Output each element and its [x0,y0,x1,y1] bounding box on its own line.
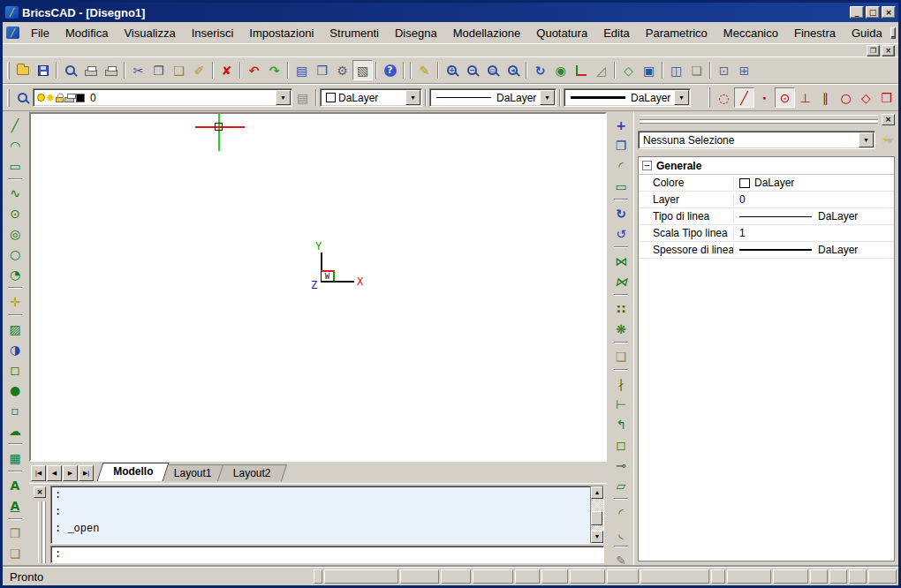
color-dropdown-arrow[interactable]: ▼ [405,90,420,105]
lineweight-dropdown-arrow[interactable]: ▼ [674,90,689,105]
hatch-button[interactable]: ▨ [5,319,26,339]
wipeout-button[interactable]: ▫ [5,400,26,420]
chamfer-button[interactable]: ◟ [611,523,632,543]
command-input[interactable]: : [50,546,604,563]
tab-layout2[interactable]: Layout2 [217,464,287,481]
status-cell[interactable] [541,569,568,584]
perspective-button[interactable]: ◿ [591,60,611,80]
ucs-axes-button[interactable] [571,60,591,80]
save-button[interactable] [33,60,53,80]
layer-dropdown[interactable]: ✹ 0 ▼ [33,88,292,107]
revision-cloud-button[interactable]: ☁ [5,420,26,441]
mirror-button[interactable]: ⋈ [611,251,632,271]
sketch-button[interactable]: ✎ [414,60,435,80]
menu-file[interactable]: File [23,24,57,42]
esnap-quadrant-button[interactable]: ◇ [856,87,876,108]
property-row[interactable]: Spessore di lineaDaLayer [639,242,894,259]
polyline-button[interactable]: ∿ [5,183,26,203]
drawing-canvas[interactable]: Y W X Z [29,112,607,462]
tab-nav-next[interactable]: ▶ [63,465,78,481]
rectangle-button[interactable]: ▭ [5,155,26,176]
scroll-up-arrow[interactable]: ▲ [591,486,603,499]
drawing-explorer-button[interactable]: ▤ [292,60,312,80]
zoom-out-button[interactable]: − [462,60,482,80]
property-row[interactable]: Tipo di lineaDaLayer [639,208,894,225]
collapse-icon[interactable]: − [642,161,652,170]
move-button[interactable]: + [611,115,632,135]
command-grip[interactable] [38,501,42,563]
tab-nav-first[interactable]: |◀ [31,465,46,481]
layer-states-button[interactable]: ❒ [312,60,332,80]
real-time-orbit-button[interactable]: ↻ [530,60,550,80]
esnap-perpendicular-button[interactable]: ⊥ [795,87,815,108]
ellipse-arc-button[interactable]: ◔ [5,264,26,284]
solids-button[interactable]: ⊞ [734,60,754,80]
properties-bar-toggle-button[interactable]: ▧ [352,60,373,80]
esnap-marker-button[interactable]: ◌ [714,87,734,108]
menu-disegna[interactable]: Disegna [387,24,445,42]
mirror-3d-button[interactable]: ⋈ [611,271,632,291]
lineweight-dropdown[interactable]: DaLayer ▼ [564,88,691,107]
minimize-button[interactable]: _ [850,6,864,19]
tile-windows-button[interactable]: ◫ [666,60,686,80]
offset-curve-button[interactable]: ◜ [611,155,632,176]
scroll-track[interactable] [591,499,603,531]
panel-grip[interactable] [640,115,878,120]
paste-button[interactable]: ❑ [169,60,189,80]
property-value[interactable]: DaLayer [734,177,894,189]
rotate-button[interactable]: ↻ [611,203,632,223]
quick-select-icon[interactable]: ⚡ [875,133,895,147]
redo-button[interactable]: ↷ [264,60,284,80]
copy-entity-button[interactable]: ❐ [611,135,632,155]
table-button[interactable]: ▦ [5,448,26,468]
new-window-button[interactable]: ❏ [686,60,707,80]
status-cell[interactable] [441,569,471,584]
command-scrollbar[interactable]: ▲ ▼ [590,486,603,543]
gradient-button[interactable]: ◑ [5,339,26,359]
esnap-tangent-button[interactable]: ○ [836,87,856,108]
status-cell[interactable] [829,569,847,584]
esnap-center-button[interactable]: ⊙ [775,87,795,108]
make-block-button[interactable]: ❏ [5,543,26,563]
status-cell[interactable] [868,569,897,584]
command-history[interactable]: ::: _open ▲ ▼ [50,486,604,544]
menu-inserisci[interactable]: Inserisci [184,24,242,42]
esnap-parallel-button[interactable]: ∥ [815,87,836,108]
wireframe-box-button[interactable]: ◇ [618,60,639,80]
fillet-button[interactable]: ◜ [611,502,632,523]
section-header[interactable]: − Generale [639,157,894,175]
arc-button[interactable]: ◠ [5,135,26,155]
export-plot-button[interactable] [101,60,121,80]
status-cell[interactable] [773,569,808,584]
property-value[interactable]: 0 [734,193,894,206]
trim-button[interactable]: ∤ [611,373,632,394]
entity-sets-button[interactable]: ⊡ [714,60,734,80]
sketch-pen-button[interactable]: ✎ [611,550,632,567]
linetype-dropdown-arrow[interactable]: ▼ [540,90,555,105]
zoom-previous-button[interactable]: ◂ [503,60,523,80]
status-cell[interactable] [314,569,322,584]
array-polar-button[interactable]: ❋ [611,319,632,339]
zoom-window-button[interactable]: ▫ [482,60,503,80]
erase-button[interactable]: ✘ [216,60,237,80]
point-button[interactable]: ✛ [5,291,26,312]
tab-nav-prev[interactable]: ◀ [47,465,62,481]
render-button[interactable]: ▣ [639,60,659,80]
status-cell[interactable] [473,569,513,584]
color-dropdown[interactable]: DaLayer ▼ [320,88,422,107]
layer-dropdown-arrow[interactable]: ▼ [276,90,291,105]
scroll-down-arrow[interactable]: ▼ [591,531,603,543]
rotate-3d-button[interactable]: ↺ [611,223,632,244]
menu-edita[interactable]: Edita [595,24,638,42]
status-cell[interactable] [640,569,709,584]
status-cell[interactable] [727,569,771,584]
toolbar-grip[interactable] [7,62,10,79]
property-row[interactable]: ColoreDaLayer [639,175,894,192]
property-value[interactable]: DaLayer [734,244,894,256]
mdi-restore-button[interactable]: ❐ [867,45,880,57]
extend-button[interactable]: ⊢ [611,394,632,414]
undo-button[interactable]: ↶ [244,60,264,80]
selection-dropdown-arrow[interactable]: ▼ [859,132,874,147]
menu-visualizza[interactable]: Visualizza [116,24,183,42]
property-row[interactable]: Scala Tipo linea1 [639,225,894,242]
